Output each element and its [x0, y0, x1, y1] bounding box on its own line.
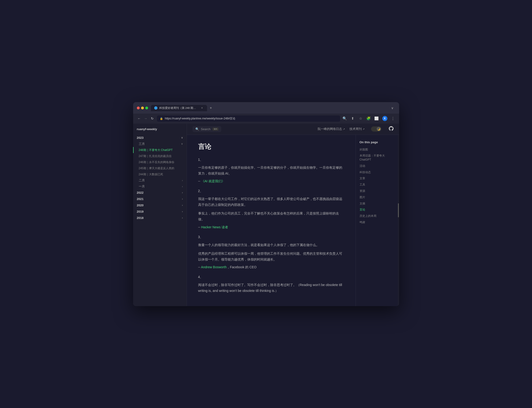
toc-item-thanks[interactable]: 鸣谢	[360, 220, 394, 224]
toc-item-history[interactable]: 历史上的本周	[360, 214, 394, 218]
section-2-num: 2、	[198, 189, 344, 193]
sidebar-item-244[interactable]: 244期｜大数据已死	[133, 171, 187, 177]
toc-item-digest[interactable]: 文摘	[360, 202, 394, 206]
maximize-button[interactable]	[145, 107, 148, 109]
lock-icon: 🔒	[160, 117, 163, 120]
close-button[interactable]	[137, 107, 140, 109]
toc-item-resources[interactable]: 资源	[360, 189, 394, 193]
minimize-button[interactable]	[141, 107, 144, 109]
active-tab[interactable]: 🌐 科技爱好者周刊（第 248 期）： ×	[151, 105, 207, 111]
blog-link[interactable]: 阮一峰的网络日志 ↗	[318, 127, 345, 131]
sidebar-year-2023[interactable]: 2023 ∨	[133, 135, 187, 141]
sidebar-year-2018[interactable]: 2018 ›	[133, 215, 187, 221]
url-bar[interactable]: 🔒 https://ruanyf-weekly.plantree.me/week…	[157, 115, 340, 122]
sidebar-year-2021[interactable]: 2021 ›	[133, 196, 187, 202]
back-button[interactable]: ←	[137, 117, 142, 120]
nav-links: 阮一峰的网络日志 ↗ 技术周刊 ↗ 🌙	[318, 126, 393, 132]
sidebar-month-january[interactable]: 一月 ›	[135, 183, 187, 189]
chevron-right-icon: ›	[182, 197, 183, 200]
theme-toggle[interactable]: 🌙	[371, 127, 381, 132]
scrollbar-thumb	[398, 203, 399, 217]
chevron-right-icon: ›	[182, 179, 183, 182]
chevron-down-icon: ∨	[181, 136, 183, 139]
chevron-right-icon: ›	[182, 185, 183, 188]
sidebar-month-march[interactable]: 三月 ∨	[135, 141, 187, 147]
tab-close-button[interactable]: ×	[201, 106, 204, 110]
address-bar: ← → ↻ 🔒 https://ruanyf-weekly.plantree.m…	[133, 114, 399, 124]
toc-item-images[interactable]: 图片	[360, 195, 394, 199]
chevron-right-icon: ›	[182, 210, 183, 213]
theme-knob: 🌙	[377, 127, 381, 131]
section-2-text-2: 事实上，他们作为公司的员工，完全不了解也不关心政策会有怎样的后果，只是按照上级吩…	[198, 211, 344, 222]
sidebar-item-246[interactable]: 246期｜永不丢失的网络身份	[133, 159, 187, 165]
section-3-text-1: 衡量一个人的领导能力的最好方法，就是看如果这个人休假了，他的下属在做什么。	[198, 242, 344, 248]
browser-window: 🌐 科技爱好者周刊（第 248 期）： × + ∨ ← → ↻ 🔒 https:…	[133, 102, 399, 306]
url-text: https://ruanyf-weekly.plantree.me/weekly…	[165, 117, 236, 120]
section-3-text-2: 优秀的产品经理和工程师可以休假一周，他管理的工作不发生任何问题。优秀的主管和技术…	[198, 251, 344, 263]
search-icon: 🔍	[195, 127, 199, 131]
sidebar-logo: ruanyf-weekly	[133, 127, 187, 135]
weekly-link[interactable]: 技术周刊 ↗	[349, 127, 364, 131]
section-1-text: 一旦你有足够的原子，你就开始搞化学。一旦你有足够的分子，你就开始搞生物学。一旦你…	[198, 165, 344, 176]
sidebar-item-245[interactable]: 245期｜摩天大楼是反人类的	[133, 165, 187, 171]
search-kbd: ⌘K	[213, 128, 219, 131]
toc-item-article[interactable]: 文章	[360, 176, 394, 180]
tab-favicon: 🌐	[154, 106, 158, 110]
section-4-text: 阅读不会过时，除非写作过时了。写作不会过时，除非思考过时了。（Reading w…	[198, 282, 344, 294]
external-link-icon: ↗	[363, 128, 364, 130]
toc-item-event[interactable]: 活动	[360, 164, 394, 168]
sidebar-item-247[interactable]: 247期｜扎克伯克的裁员信	[133, 153, 187, 159]
menu-icon[interactable]: ⋮	[391, 116, 395, 120]
toc-item-topic[interactable]: 本周话题：不要夸大 ChatGPT	[360, 154, 394, 162]
toc-item-cover[interactable]: 封面图	[360, 148, 394, 152]
toc-item-tech[interactable]: 科技动态	[360, 170, 394, 174]
nav-buttons: ← → ↻	[137, 117, 155, 120]
section-3-attr: -- Andrew Bosworth，Facebook 的 CEO	[198, 265, 344, 269]
profile-button[interactable]: X	[382, 116, 387, 121]
title-bar: 🌐 科技爱好者周刊（第 248 期）： × + ∨	[133, 102, 399, 114]
share-icon[interactable]: ⬆	[350, 116, 355, 120]
sidebar-month-february[interactable]: 二月 ›	[135, 177, 187, 183]
chevron-down-icon: ∨	[181, 142, 183, 145]
tab-collapse-button[interactable]: ∨	[389, 105, 395, 111]
top-nav: 🔍 Search ⌘K 阮一峰的网络日志 ↗ 技术周刊 ↗ �	[187, 124, 399, 135]
search-box[interactable]: 🔍 Search ⌘K	[193, 126, 222, 132]
tab-title: 科技爱好者周刊（第 248 期）：	[159, 106, 199, 110]
external-link-icon: ↗	[343, 128, 345, 130]
github-icon[interactable]	[389, 126, 393, 132]
toc-item-quotes[interactable]: 言论	[360, 208, 394, 212]
sidebar-year-2019[interactable]: 2019 ›	[133, 208, 187, 215]
page-title: 言论	[198, 142, 344, 151]
chevron-right-icon: ›	[182, 216, 183, 219]
extensions-icon[interactable]: 🧩	[366, 116, 371, 120]
search-icon[interactable]: 🔍	[343, 116, 347, 120]
traffic-lights	[137, 107, 148, 109]
moon-icon: 🌙	[377, 128, 380, 130]
content-area: 言论 1、 一旦你有足够的原子，你就开始搞化学。一旦你有足够的分子，你就开始搞生…	[187, 135, 399, 306]
split-view-icon[interactable]: ⬜	[374, 116, 379, 120]
sidebar-year-2020[interactable]: 2020 ›	[133, 202, 187, 208]
search-label: Search	[201, 127, 211, 131]
bookmark-icon[interactable]: ☆	[358, 116, 363, 120]
section-1-num: 1、	[198, 158, 344, 162]
tab-bar: 🌐 科技爱好者周刊（第 248 期）： × + ∨	[151, 105, 395, 111]
new-tab-button[interactable]: +	[208, 105, 214, 111]
sidebar-year-2022[interactable]: 2022 ›	[133, 189, 187, 196]
toc-item-tools[interactable]: 工具	[360, 183, 394, 187]
chevron-right-icon: ›	[182, 204, 183, 207]
toolbar-icons: 🔍 ⬆ ☆ 🧩 ⬜ X ⋮	[343, 116, 395, 121]
section-4-num: 4、	[198, 275, 344, 279]
hacker-news-link[interactable]: Hacker News 读者	[201, 225, 228, 229]
section-1-link[interactable]: 《AI 就是我们》	[201, 179, 225, 183]
sidebar-item-248[interactable]: 248期｜不要夸大 ChatGPT	[133, 147, 187, 153]
section-1-attr: -- 《AI 就是我们》	[198, 179, 344, 183]
section-2-attr: -- Hacker News 读者	[198, 225, 344, 230]
scrollbar-track[interactable]	[398, 135, 399, 306]
main-area: ruanyf-weekly 2023 ∨ 三月 ∨ 248期｜不要夸大 Chat…	[133, 124, 399, 306]
andrew-bosworth-link[interactable]: Andrew Bosworth	[201, 265, 227, 269]
forward-button[interactable]: →	[143, 117, 148, 120]
main-content: 言论 1、 一旦你有足够的原子，你就开始搞化学。一旦你有足够的分子，你就开始搞生…	[187, 135, 356, 306]
chevron-right-icon: ›	[182, 191, 183, 194]
refresh-button[interactable]: ↻	[150, 117, 155, 120]
sidebar: ruanyf-weekly 2023 ∨ 三月 ∨ 248期｜不要夸大 Chat…	[133, 124, 187, 306]
